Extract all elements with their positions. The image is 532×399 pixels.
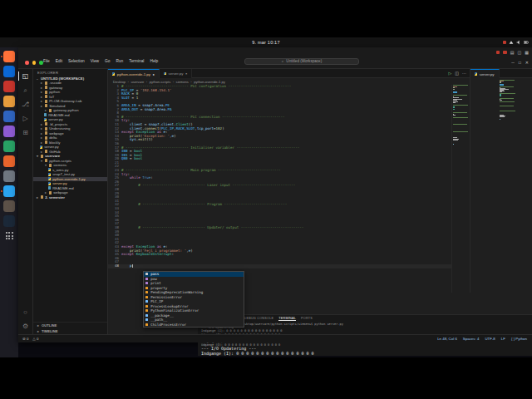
account-icon[interactable]: ○	[18, 308, 33, 317]
tab-server.py[interactable]: server.py	[470, 69, 500, 78]
dock-item-remmina[interactable]	[3, 81, 15, 92]
editor-group-2-minimap[interactable]	[499, 80, 530, 116]
status-errors[interactable]: ⊘ 0	[22, 337, 28, 341]
breadcrumb-item[interactable]: uservare	[131, 80, 144, 84]
menu-selection[interactable]: Selection	[68, 59, 85, 63]
maximize-button[interactable]: □	[519, 60, 521, 65]
workspace-title: Untitled (Workspace)	[286, 59, 322, 63]
split-editor-icon[interactable]: ◫	[455, 71, 459, 76]
dock-item-settings[interactable]	[3, 170, 15, 182]
chevron-right-icon: ▸	[40, 126, 43, 131]
dock-item-files[interactable]	[3, 96, 15, 107]
breadcrumb-item[interactable]: siemens	[176, 80, 189, 84]
dock-item-steam[interactable]	[3, 215, 15, 227]
maximize-dot[interactable]	[39, 61, 43, 65]
dock-item-gimp[interactable]	[3, 200, 15, 212]
command-center-search[interactable]: ⌕ Untitled (Workspace)	[244, 58, 359, 66]
chevron-right-icon: ▸	[40, 99, 43, 103]
rec-icon-2[interactable]	[503, 51, 507, 55]
dock-item-libreoffice-writer[interactable]	[3, 111, 15, 122]
layout-toggle-icon-0[interactable]: ▤	[510, 50, 515, 55]
dock-item-rhythmbox[interactable]	[3, 155, 15, 167]
breadcrumb-item[interactable]: python-scripts	[150, 80, 170, 84]
breadcrumb-item[interactable]: python-override-1.py	[194, 80, 225, 84]
close-button[interactable]: ✕	[525, 60, 529, 65]
layout-toggle-icon-1[interactable]: ◫	[518, 50, 522, 55]
dirty-indicator[interactable]: ●	[152, 72, 154, 76]
chevron-right-icon: ▸	[36, 195, 39, 200]
panel-tab-debug-console[interactable]: DEBUG CONSOLE	[244, 317, 274, 320]
tree-item-label: .bl_projects	[49, 122, 67, 126]
status-item-1[interactable]: Spaces: 4	[463, 337, 480, 341]
rec-icon-1[interactable]	[496, 51, 500, 55]
tree-item-label: blockly	[49, 140, 60, 145]
run-button[interactable]: ▷	[448, 71, 451, 76]
menu-terminal[interactable]: Terminal	[129, 59, 144, 63]
menu-edit[interactable]: Edit	[56, 59, 62, 63]
source-control-icon[interactable]: ⎇	[18, 100, 33, 109]
screen: 9. mar 10:17 FileEditSelectionViewGoRunT…	[0, 0, 532, 399]
tree-item-label: server.py	[44, 145, 58, 149]
chevron-right-icon: ▸	[44, 190, 47, 195]
explorer-icon[interactable]: ◱	[18, 71, 33, 81]
vscode-titlebar: FileEditSelectionViewGoRunTerminalHelp ⌕…	[18, 47, 532, 69]
more-actions-icon[interactable]: ⋯	[462, 71, 466, 76]
panel-tab-ports[interactable]: PORTS	[301, 317, 313, 320]
tab-server.py[interactable]: server.py×	[160, 69, 192, 78]
search-icon[interactable]: ⌕	[18, 86, 33, 95]
tree-item-label: GitHub	[49, 150, 60, 154]
clock[interactable]: 9. mar 10:17	[252, 40, 279, 45]
suggestion-item[interactable]: ChildProcessError	[144, 323, 244, 328]
screen-record-icon	[503, 41, 506, 44]
volume-icon	[516, 40, 521, 45]
menu-view[interactable]: View	[91, 59, 99, 63]
breadcrumb-item[interactable]: Desktop	[113, 80, 126, 84]
dock-item-thunderbird[interactable]	[3, 66, 15, 77]
chevron-right-icon: ▸	[40, 150, 43, 154]
tree-folder[interactable]: ▸2. semester	[33, 195, 108, 200]
status-item-4[interactable]: { } Python	[511, 337, 527, 341]
section-outline[interactable]: ▸OUTLINE	[33, 323, 108, 328]
window-control-dots[interactable]	[25, 61, 43, 65]
explorer-sidebar: EXPLORER ⌄ UNTITLED (WORKSPACE) ▸.vscode…	[33, 69, 108, 334]
search-icon: ⌕	[282, 59, 284, 63]
menu-go[interactable]: Go	[105, 59, 110, 63]
code-editor[interactable]: 1# ------------------------------ PLC co…	[108, 85, 470, 293]
menu-file[interactable]: File	[43, 59, 50, 63]
extensions-icon[interactable]: ⊞	[18, 128, 33, 137]
breadcrumb[interactable]: Desktop›uservare›python-scripts›siemens›…	[108, 78, 470, 85]
dock-item-libreoffice-impress[interactable]	[3, 126, 15, 137]
minimize-dot[interactable]	[32, 61, 37, 65]
menu-run[interactable]: Run	[116, 59, 123, 63]
tab-python-override-1.py[interactable]: python-override-1.py●	[108, 69, 160, 78]
chevron-right-icon: ▸	[40, 90, 43, 94]
status-item-2[interactable]: UTF-8	[485, 337, 495, 341]
panel-tab-terminal[interactable]: TERMINAL	[278, 317, 296, 321]
layout-toggle-icon-2[interactable]: ▦	[525, 50, 529, 55]
status-item-3[interactable]: LF	[501, 337, 505, 341]
show-applications-button[interactable]	[4, 230, 15, 241]
run-debug-icon[interactable]: ▷	[18, 114, 33, 123]
dock-item-firefox[interactable]	[3, 51, 15, 62]
folder-icon	[45, 136, 47, 140]
tree-item-label: README.md	[52, 186, 74, 190]
tree-item-label: webpage	[53, 190, 67, 195]
folder-icon	[45, 131, 47, 135]
minimap[interactable]	[451, 85, 470, 293]
section-timeline[interactable]: ▸TIMELINE	[33, 328, 108, 334]
close-dot[interactable]	[25, 61, 29, 65]
status-item-0[interactable]: Ln 48, Col 6	[437, 337, 457, 341]
suggestion-kind-icon	[145, 287, 148, 289]
dock-item-vscode[interactable]	[3, 185, 15, 197]
menu-bar: FileEditSelectionViewGoRunTerminalHelp	[43, 59, 158, 63]
minimize-button[interactable]: ─	[511, 60, 515, 65]
tree-item-label: 2. semester	[45, 195, 65, 200]
dock-item-libreoffice-calc[interactable]	[3, 140, 15, 152]
letterbox-bottom	[0, 357, 532, 399]
menu-help[interactable]: Help	[150, 59, 158, 63]
settings-gear-icon[interactable]: ⚙	[18, 322, 33, 331]
status-warnings[interactable]: △ 0	[32, 337, 38, 341]
folder-icon	[45, 81, 47, 85]
close-tab-icon[interactable]: ×	[185, 71, 187, 76]
system-tray[interactable]	[503, 37, 529, 47]
